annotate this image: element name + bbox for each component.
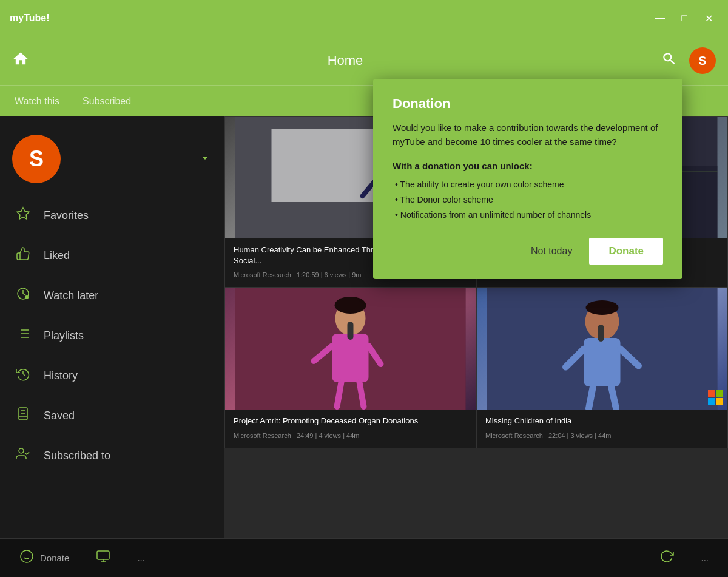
refresh-icon [659, 549, 674, 567]
bottom-display-button[interactable] [89, 544, 118, 572]
video-card-3[interactable]: Project Amrit: Promoting Deceased Organ … [224, 288, 476, 448]
donation-modal: Donation Would you like to make a contri… [373, 79, 682, 279]
sidebar-playlists-label: Playlists [44, 329, 84, 342]
bottom-more-left-label: ... [137, 553, 145, 563]
sidebar-saved-label: Saved [44, 410, 75, 422]
modal-title: Donation [393, 96, 663, 112]
watchlater-icon: + [15, 286, 32, 305]
title-bar: myTube! — □ ✕ [0, 0, 728, 36]
modal-unlock-title: With a donation you can unlock: [393, 161, 663, 171]
not-today-button[interactable]: Not today [519, 240, 584, 263]
history-icon [15, 366, 32, 385]
bottom-donate-button[interactable]: Donate [12, 544, 76, 572]
video-info-3: Project Amrit: Promoting Deceased Organ … [225, 410, 476, 447]
svg-line-45 [589, 386, 593, 408]
video-title-4: Missing Children of India [485, 416, 719, 427]
star-icon [15, 206, 32, 224]
app-title: myTube! [10, 13, 650, 24]
svg-point-47 [586, 300, 619, 315]
svg-point-37 [335, 297, 366, 314]
video-info-4: Missing Children of India Microsoft Rese… [477, 410, 727, 447]
sidebar-history-label: History [44, 369, 78, 382]
tab-watch-this[interactable]: Watch this [12, 91, 62, 112]
sidebar-user-section: S [0, 123, 224, 189]
sidebar-subscribed-label: Subscribed to [44, 450, 110, 462]
subscribed-icon [15, 447, 32, 465]
sidebar-avatar[interactable]: S [12, 135, 61, 183]
video-meta-3: Microsoft Research 24:49 | 4 views | 44m [234, 432, 467, 439]
video-thumbnail-4 [477, 288, 727, 410]
svg-marker-0 [17, 208, 29, 219]
sidebar-item-watch-later[interactable]: + Watch later [0, 275, 224, 315]
modal-buttons: Not today Donate [393, 238, 663, 265]
sidebar-liked-label: Liked [44, 249, 70, 262]
donate-button[interactable]: Donate [589, 238, 663, 265]
svg-text:+: + [25, 295, 27, 299]
svg-line-46 [612, 386, 616, 408]
sidebar-item-saved[interactable]: Saved [0, 396, 224, 436]
minimize-button[interactable]: — [650, 8, 670, 28]
search-icon[interactable] [661, 51, 677, 70]
bottom-more-left-button[interactable]: ... [130, 548, 152, 568]
svg-line-35 [337, 382, 342, 407]
bottom-more-right-button[interactable]: ... [693, 548, 716, 568]
modal-bullet-3: • Notifications from an unlimited number… [393, 208, 663, 223]
video-title-3: Project Amrit: Promoting Deceased Organ … [234, 416, 467, 427]
svg-rect-41 [584, 338, 621, 386]
modal-body-text: Would you like to make a contribution to… [393, 121, 663, 149]
close-button[interactable]: ✕ [699, 8, 718, 28]
sidebar-item-subscribed[interactable]: Subscribed to [0, 436, 224, 476]
sidebar-item-liked[interactable]: Liked [0, 235, 224, 275]
bottom-more-right-label: ... [701, 553, 709, 563]
sidebar-item-playlists[interactable]: Playlists [0, 315, 224, 356]
svg-rect-31 [332, 334, 369, 382]
page-title: Home [41, 53, 649, 69]
svg-rect-51 [97, 551, 109, 559]
window-controls: — □ ✕ [650, 8, 718, 28]
svg-rect-10 [19, 408, 27, 420]
saved-icon [15, 407, 32, 425]
video-thumbnail-3 [225, 288, 476, 410]
svg-rect-32 [348, 322, 354, 340]
video-card-4[interactable]: Missing Children of India Microsoft Rese… [476, 288, 728, 448]
chevron-down-icon[interactable] [198, 150, 212, 168]
video-meta-4: Microsoft Research 22:04 | 3 views | 44m [485, 432, 719, 439]
thumbsup-icon [15, 246, 32, 265]
bottom-donate-label: Donate [40, 553, 69, 563]
sidebar-nav: Favorites Liked [0, 189, 224, 482]
modal-bullet-2: • The Donor color scheme [393, 192, 663, 208]
svg-point-14 [19, 448, 24, 453]
svg-rect-42 [598, 325, 604, 342]
ms-logo [708, 390, 723, 405]
header: Home S [0, 36, 728, 85]
svg-line-36 [360, 382, 364, 407]
display-icon [96, 549, 110, 567]
bottom-bar: Donate ... ... [0, 538, 728, 577]
sidebar: S Favorites [0, 116, 224, 538]
svg-point-48 [21, 550, 33, 562]
maximize-button[interactable]: □ [675, 8, 694, 28]
tab-subscribed[interactable]: Subscribed [80, 91, 133, 112]
playlists-icon [15, 326, 32, 345]
sidebar-favorites-label: Favorites [44, 209, 89, 222]
sidebar-watchlater-label: Watch later [44, 289, 98, 302]
bottom-refresh-button[interactable] [652, 544, 681, 572]
user-avatar[interactable]: S [689, 47, 716, 74]
modal-bullet-1: • The ability to create your own color s… [393, 177, 663, 192]
sidebar-item-history[interactable]: History [0, 356, 224, 396]
sidebar-item-favorites[interactable]: Favorites [0, 195, 224, 235]
smiley-icon [19, 549, 34, 567]
home-icon[interactable] [12, 50, 29, 71]
